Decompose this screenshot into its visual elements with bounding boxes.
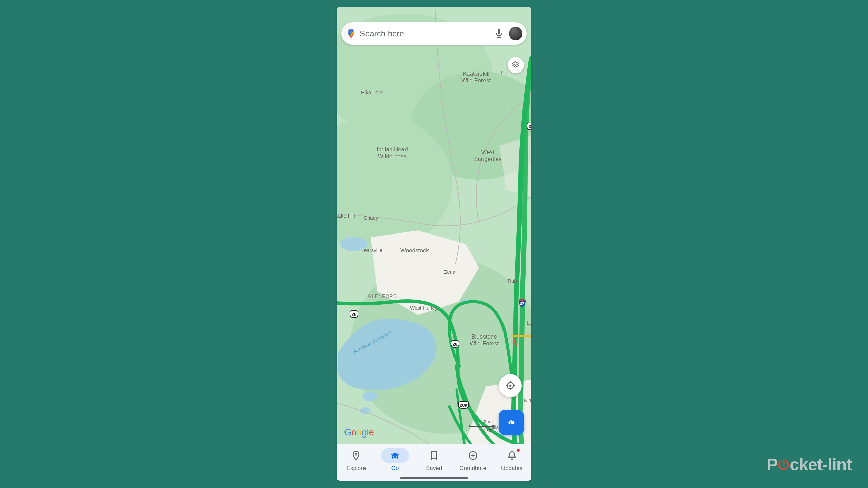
home-indicator[interactable] [400,477,468,479]
label-pal: Pal [501,69,509,75]
layers-icon [511,61,520,69]
search-bar[interactable]: Search here [341,22,527,45]
label-shady: Shady [364,215,378,221]
svg-text:87: 87 [520,302,524,306]
label-bearsville: Bearsville [360,247,382,253]
map-canvas[interactable]: KaaterskillWild Forest Pal Elka Park Ind… [337,7,531,481]
nav-contribute[interactable]: Contribute [453,448,492,472]
profile-avatar[interactable] [509,27,522,40]
bottom-nav: Explore Go Saved Contribute Updates [337,444,531,481]
label-elka-park: Elka Park [361,89,383,95]
nav-go[interactable]: Go [376,448,415,472]
svg-point-22 [393,456,394,457]
route-shield-32: 32 [527,123,531,130]
label-kaaterskill: KaaterskillWild Forest [461,70,491,84]
bookmark-icon [429,450,439,461]
phone-frame: KaaterskillWild Forest Pal Elka Park Ind… [337,7,531,481]
google-attribution: Google [344,427,374,438]
directions-button[interactable] [499,410,524,435]
svg-point-21 [355,453,357,455]
label-indian-head: Indian HeadWilderness [377,146,408,160]
notification-badge [517,449,520,452]
plus-circle-icon [468,450,478,461]
label-west-saugerties: WestSaugerties [474,149,501,162]
label-woodstock: Woodstock [400,247,429,254]
my-location-button[interactable] [499,374,522,397]
label-la: La [527,320,531,326]
pocket-lint-watermark: Pcket-lint [767,455,852,474]
label-zena: Zena [444,269,455,275]
svg-point-7 [362,392,377,401]
directions-icon [505,416,517,429]
svg-point-19 [509,385,512,387]
pin-icon [351,450,361,461]
crosshair-icon [505,380,516,391]
label-glenford: GLENFORD [368,293,397,299]
bell-outline-icon [507,450,517,461]
nav-updates[interactable]: Updates [492,448,531,472]
car-icon [390,450,400,461]
layers-button[interactable] [508,57,524,73]
nav-explore[interactable]: Explore [337,448,376,472]
maps-logo-icon [346,28,356,39]
svg-point-23 [396,456,397,457]
search-placeholder: Search here [360,29,494,38]
label-lake-hill: Lake Hill [337,213,355,219]
power-icon [777,458,790,471]
svg-rect-17 [498,29,500,35]
svg-point-16 [350,31,352,34]
interstate-shield-87: 87 [518,299,526,307]
route-shield-28-b: 28 [451,340,459,348]
route-shield-209: 209 [458,401,469,409]
label-bluestone: BluestoneWild Forest [470,333,499,347]
map-svg [337,7,531,481]
label-ruby: Ruby [508,278,519,284]
map-scale: 2 mi 2 km [469,419,493,433]
voice-search-icon[interactable] [494,28,504,39]
label-west-hurley: West Hurley [410,305,437,311]
route-shield-28-a: 28 [350,310,358,318]
label-king: King [524,397,531,403]
nav-saved[interactable]: Saved [415,448,454,472]
